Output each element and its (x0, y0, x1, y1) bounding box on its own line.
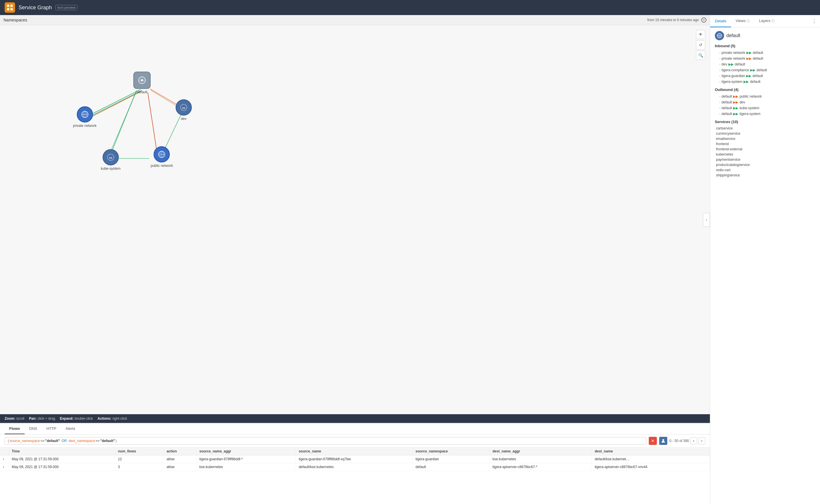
panel-tab-layers[interactable]: Layers ⓘ (755, 15, 779, 27)
chevron-icon-6: › (719, 80, 720, 83)
page-prev-btn[interactable]: ‹ (690, 437, 697, 444)
graph-top-bar: Namespaces from 15 minutes to 0 minutes … (0, 15, 710, 25)
svg-rect-3 (10, 8, 13, 10)
th-num-flows[interactable]: num_flows (115, 448, 164, 455)
row-num-flows: 3 (115, 463, 164, 471)
table-row[interactable]: › May 09, 2021 @ 17:31:59.000 3 allow ks… (0, 463, 710, 471)
graph-edges-svg (0, 25, 710, 414)
tab-flows[interactable]: Flows (5, 423, 25, 434)
row-expand-btn[interactable]: › (0, 455, 9, 463)
dev-node-icon: ns (176, 99, 192, 116)
private-network-label: private network (73, 124, 96, 128)
filter-source-key: source_namespace (10, 439, 40, 443)
th-dest-name-aggr[interactable]: dest_name_aggr (490, 448, 592, 455)
service-item[interactable]: kubernetes (715, 152, 815, 157)
graph-canvas[interactable]: default private network (0, 25, 710, 414)
tab-dns[interactable]: DNS (25, 423, 42, 434)
graph-node-dev[interactable]: ns dev (176, 99, 192, 121)
svg-rect-0 (7, 5, 9, 7)
chevron-icon-4: › (719, 69, 720, 72)
outbound-item-4[interactable]: › default ▶▶ tigera-system (715, 111, 815, 117)
inbound-item-3[interactable]: › dev ▶▶ default (715, 61, 815, 67)
zoom-hint: Zoom: scroll (5, 417, 24, 421)
app-icon (5, 2, 15, 13)
th-source-name[interactable]: source_name (295, 448, 412, 455)
row-expand-btn[interactable]: › (0, 463, 9, 471)
inbound-item-6[interactable]: › tigera-system ▶▶ default (715, 79, 815, 85)
pagination-text: 0 - 50 of 390 (670, 439, 689, 443)
row-source-namespace: default (413, 463, 490, 471)
graph-node-default[interactable]: default (133, 72, 151, 94)
svg-point-31 (662, 439, 664, 441)
outbound-item-3[interactable]: › default ▶▶ kube-system (715, 105, 815, 111)
row-dest-name: tigera-apiserver-c8676bc67-vnv44 (592, 463, 710, 471)
arrow-green-5: ▶▶ (744, 80, 749, 84)
search-btn[interactable]: 🔍 (696, 51, 705, 60)
dev-node-label: dev (181, 117, 186, 121)
service-item[interactable]: shippingservice (715, 173, 815, 178)
svg-line-9 (150, 89, 179, 106)
reset-btn[interactable]: ↺ (696, 40, 705, 50)
pan-hint: Pan: click + drag (29, 417, 55, 421)
row-num-flows: 12 (115, 455, 164, 463)
svg-text:ns: ns (109, 156, 112, 159)
visibility-btn[interactable]: 👁 (696, 30, 705, 39)
service-item[interactable]: paymentservice (715, 157, 815, 162)
filter-input[interactable]: ( source_namespace == "default" OR dest_… (5, 437, 647, 445)
hint-bar: Zoom: scroll Pan: click + drag Expand: d… (0, 414, 710, 423)
selected-node-name: default (726, 33, 740, 38)
arrow-orange-1: ▶▶ (746, 56, 752, 61)
graph-node-kube-system[interactable]: ns kube-system (101, 149, 120, 171)
chevron-icon-8: › (719, 101, 720, 104)
expand-hint: Expand: double-click (60, 417, 93, 421)
panel-content: default Inbound (5) › private network ▶▶… (710, 28, 820, 504)
service-item[interactable]: frontend (715, 141, 815, 147)
layers-help-icon: ⓘ (771, 19, 775, 23)
inbound-item-4[interactable]: › tigera-compliance ▶▶ default (715, 67, 815, 73)
chevron-icon-5: › (719, 74, 720, 78)
svg-line-10 (151, 90, 178, 107)
th-action[interactable]: action (163, 448, 196, 455)
tab-http[interactable]: HTTP (42, 423, 61, 434)
service-item[interactable]: productcatalogservice (715, 162, 815, 167)
expand-panel-btn[interactable]: › (703, 213, 710, 227)
service-item[interactable]: emailservice (715, 136, 815, 141)
outbound-item-2[interactable]: › default ▶▶ dev (715, 99, 815, 105)
app-header: Service Graph tech-preview (0, 0, 820, 15)
inbound-item-5[interactable]: › tigera-guardian ▶▶ default (715, 73, 815, 79)
time-range-text: from 15 minutes to 0 minutes ago (647, 18, 699, 22)
outbound-header: Outbound (4) (715, 87, 815, 92)
views-help-icon: ⓘ (747, 19, 750, 23)
table-row[interactable]: › May 09, 2021 @ 17:31:59.000 12 allow t… (0, 455, 710, 463)
public-network-icon (154, 146, 170, 162)
graph-node-private-network[interactable]: private network (73, 106, 96, 128)
row-dest-name-aggr: kse.kubernetes (490, 455, 592, 463)
panel-tab-views[interactable]: Views ⓘ (731, 15, 755, 27)
th-time[interactable]: Time (9, 448, 115, 455)
panel-more-btn[interactable]: ⋮ (808, 16, 820, 26)
tab-alerts[interactable]: Alerts (61, 423, 80, 434)
graph-node-public-network[interactable]: public network (151, 146, 173, 168)
services-list: cartservicecurrencyserviceemailservicefr… (715, 126, 815, 178)
th-source-namespace[interactable]: source_namespace (413, 448, 490, 455)
panel-tab-details[interactable]: Details (710, 15, 731, 27)
th-source-name-aggr[interactable]: source_name_aggr (196, 448, 295, 455)
page-next-btn[interactable]: › (698, 437, 705, 444)
filter-person-btn[interactable] (659, 437, 667, 445)
filter-op2: == (96, 439, 100, 443)
th-dest-name[interactable]: dest_name (592, 448, 710, 455)
arrow-green-7: ▶▶ (733, 112, 738, 116)
service-item[interactable]: frontend-external (715, 147, 815, 152)
filter-dest-key: dest_namespace (68, 439, 95, 443)
filter-clear-btn[interactable]: ✕ (649, 437, 657, 445)
filter-op1: == (41, 439, 45, 443)
inbound-item-2[interactable]: › private network ▶▶ default (715, 56, 815, 61)
service-item[interactable]: cartservice (715, 126, 815, 131)
service-item[interactable]: redis-cart (715, 167, 815, 173)
service-item[interactable]: currencyservice (715, 131, 815, 136)
clock-icon[interactable]: ⏱ (701, 17, 706, 23)
inbound-item-1[interactable]: › private network ▶▶ default (715, 50, 815, 56)
selected-node-title: default (715, 31, 815, 40)
outbound-item-1[interactable]: › default ▶▶ public network (715, 94, 815, 99)
row-source-namespace: tigera-guardian (413, 455, 490, 463)
